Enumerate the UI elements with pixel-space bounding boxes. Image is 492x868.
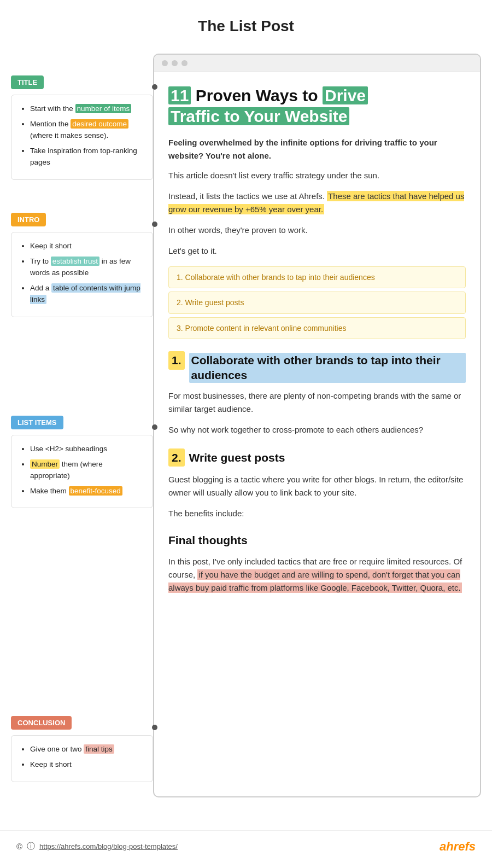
title-text-proven: Proven Ways to: [196, 86, 323, 104]
page-title: The List Post: [0, 0, 492, 48]
article-content: 11 Proven Ways to Drive Traffic to Your …: [154, 72, 480, 615]
conclusion-p1: In this post, I've only included tactics…: [168, 555, 466, 595]
conclusion-highlight: if you have the budget and are willing t…: [168, 569, 462, 593]
article-title: 11 Proven Ways to Drive Traffic to Your …: [168, 85, 466, 126]
page-footer: © ⓘ https://ahrefs.com/blog/blog-post-te…: [0, 830, 492, 863]
section-2-p1: Guest blogging is a tactic where you wri…: [168, 473, 466, 499]
title-number: 11: [168, 86, 191, 104]
footer-left: © ⓘ https://ahrefs.com/blog/blog-post-te…: [16, 841, 178, 852]
section-2-heading: 2. Write guest posts: [168, 448, 466, 467]
title-drive: Drive: [323, 86, 368, 104]
browser-bar: [154, 55, 480, 72]
section-1-title: Collaborate with other brands to tap int…: [189, 353, 466, 383]
article-intro-bold: Feeling overwhelmed by the infinite opti…: [168, 136, 466, 162]
annotation-title-label: TITLE: [11, 75, 44, 89]
annotation-intro-box: Keep it short Try to establish trust in …: [11, 232, 153, 317]
highlight-benefit-focused: benefit-focused: [69, 486, 122, 496]
annotation-list-items-block: LIST ITEMS Use <H2> subheadings Number t…: [11, 416, 153, 508]
annotation-conclusion-block: CONCLUSION Give one or two final tips Ke…: [11, 716, 153, 782]
annotation-intro-block: INTRO Keep it short Try to establish tru…: [11, 213, 153, 317]
article-intro-p1: This article doesn't list every traffic …: [168, 169, 466, 182]
annotation-list-items-label: LIST ITEMS: [11, 416, 63, 429]
section-1-p2: So why not work together to cross-promot…: [168, 423, 466, 436]
connector-dot-title: [152, 84, 157, 90]
annotation-conclusion-box: Give one or two final tips Keep it short: [11, 735, 153, 782]
article-intro-p4: Let's get to it.: [168, 244, 466, 258]
section-1-num: 1.: [168, 351, 185, 370]
section-2-p2: The benefits include:: [168, 507, 466, 520]
conclusion-heading: Final thoughts: [168, 531, 466, 550]
section-1-heading: 1. Collaborate with other brands to tap …: [168, 351, 466, 383]
ahrefs-logo: ahrefs: [440, 840, 476, 854]
browser-dot-2: [172, 60, 178, 66]
highlight-desired-outcome: desired outcome: [71, 119, 128, 129]
table-of-contents: 1. Collaborate with other brands to tap …: [168, 266, 466, 339]
connector-dot-list-items: [152, 424, 157, 430]
toc-item-3[interactable]: 3. Promote content in relevant online co…: [168, 317, 466, 339]
browser-window: 11 Proven Ways to Drive Traffic to Your …: [153, 54, 481, 797]
annotation-intro-label: INTRO: [11, 213, 46, 226]
tip-keep-short: Keep it short: [30, 240, 144, 252]
tip-h2: Use <H2> subheadings: [30, 443, 144, 455]
annotation-title-block: TITLE Start with the number of items Men…: [11, 75, 153, 180]
browser-dot-3: [181, 60, 188, 66]
toc-item-2[interactable]: 2. Write guest posts: [168, 292, 466, 313]
section-2-num: 2.: [168, 448, 185, 467]
toc-item-1[interactable]: 1. Collaborate with other brands to tap …: [168, 266, 466, 288]
intro-p2-text: Instead, it lists the tactics we use at …: [168, 191, 325, 201]
connector-dot-intro: [152, 222, 157, 227]
footer-url[interactable]: https://ahrefs.com/blog/blog-post-templa…: [39, 842, 178, 850]
browser-dot-1: [162, 60, 168, 66]
annotation-list-items-box: Use <H2> subheadings Number them (where …: [11, 435, 153, 508]
tip-inspiration: Take inspiration from top-ranking pages: [30, 145, 144, 168]
tip-keep-short-conclusion: Keep it short: [30, 759, 144, 771]
highlight-toc: table of contents with jump links: [30, 283, 140, 305]
info-icon: ⓘ: [27, 841, 35, 852]
section-2-title: Write guest posts: [189, 448, 285, 467]
annotation-title-box: Start with the number of items Mention t…: [11, 95, 153, 180]
highlight-establish-trust: establish trust: [51, 257, 99, 266]
cc-icon: ©: [16, 842, 22, 851]
section-1-p1: For most businesses, there are plenty of…: [168, 389, 466, 416]
annotation-conclusion-label: CONCLUSION: [11, 716, 72, 730]
highlight-final-tips: final tips: [84, 744, 114, 754]
highlight-number-items: number of items: [75, 104, 132, 113]
title-traffic: Traffic to Your Website: [168, 107, 349, 125]
article-intro-p3: In other words, they're proven to work.: [168, 224, 466, 237]
highlight-number: Number: [30, 459, 60, 469]
article-intro-p2: Instead, it lists the tactics we use at …: [168, 190, 466, 216]
